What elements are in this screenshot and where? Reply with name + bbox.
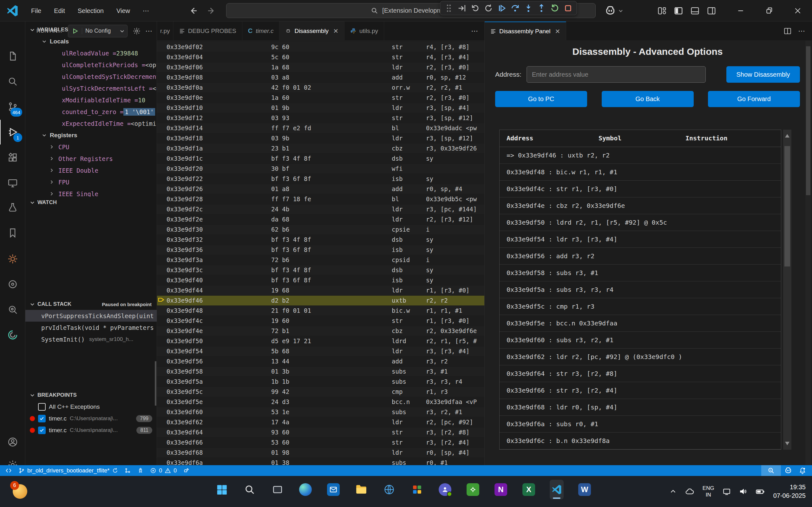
disasm-row[interactable]: 0x33e9df5e24 d3bcc.n0x33e9dfaa <vP [157, 397, 484, 407]
variable-row[interactable]: ulReloadValue = 239848 [26, 47, 157, 59]
breakpoint-row[interactable]: timer.cC:\Users\pnataraj\...811 [26, 424, 157, 436]
start-button[interactable] [215, 480, 229, 499]
disasm-row[interactable]: 0x33e9df061a 68ldrr2, [r3, #0] [157, 62, 484, 72]
disasm-row[interactable]: 0x33e9df22bf f3 6f 8fisbsy [157, 174, 484, 184]
panel-table-row[interactable]: 0x33e9df64 : str r3, [r2, #8] [500, 365, 781, 382]
tab-disassembly[interactable]: Disassembly ✕ [280, 21, 344, 40]
disasm-row[interactable]: 0x33e9df4c19 60strr1, [r3, #0] [157, 316, 484, 326]
tab-timer-c[interactable]: C timer.c [242, 21, 280, 40]
window-minimize-icon[interactable] [726, 0, 755, 21]
variable-row[interactable]: xExpectedIdleTime = <optimiz… [26, 118, 157, 129]
panel-table-row[interactable]: => 0x33e9df46 : uxtb r2, r2 [500, 147, 781, 164]
variable-row[interactable]: xModifiableIdleTime = 10 [26, 94, 157, 106]
launch-rocket-icon[interactable] [134, 465, 147, 476]
notifications-bell-icon[interactable] [796, 465, 812, 476]
disasm-row[interactable]: 0x33e9df6801 98ldrr0, [sp, #4] [157, 448, 484, 458]
zoom-out-status-icon[interactable] [761, 465, 781, 476]
copilot-status-icon[interactable] [781, 465, 796, 476]
disasm-row[interactable]: 0x33e9df2030 bfwfi [157, 164, 484, 174]
menu-more-icon[interactable]: ⋯ [138, 4, 154, 17]
panel-table-row[interactable]: 0x33e9df6a : subs r0, #1 [500, 416, 781, 433]
exceptions-checkbox[interactable] [38, 403, 46, 411]
disasm-row[interactable]: 0x33e9df1cbf f3 4f 8fdsbsy [157, 154, 484, 164]
outlook-icon[interactable] [326, 480, 340, 499]
panel-table-row[interactable]: 0x33e9df5e : bcc.n 0x33e9dfaa [500, 315, 781, 332]
copilot-chevron-icon[interactable] [618, 8, 623, 13]
editor-more-actions-icon[interactable]: ⋯ [798, 27, 805, 35]
call-stack-section-header[interactable]: CALL STACK Paused on breakpoint [26, 298, 157, 310]
tab-close-icon[interactable]: ✕ [333, 27, 339, 35]
disasm-row[interactable]: 0x33e9df5613 44addr3, r2 [157, 356, 484, 367]
disasm-row[interactable]: 0x33e9df4419 68ldrr1, [r3, #0] [157, 285, 484, 296]
go-to-pc-button[interactable]: Go to PC [495, 91, 587, 107]
disasm-row[interactable]: 0x33e9df2eda 68ldrr2, [r3, #12] [157, 215, 484, 225]
call-stack-frame[interactable]: prvIdleTask(void * pvParameters [26, 322, 157, 333]
cast-display-icon[interactable] [722, 487, 731, 496]
table-scrollbar[interactable] [783, 130, 792, 450]
panel-table-row[interactable]: 0x33e9df50 : ldrd r2, r1, [r5, #92] @ 0x… [500, 214, 781, 231]
scroll-down-icon[interactable] [785, 442, 790, 445]
disasm-row[interactable]: 0x33e9df1001 9bldrr3, [sp, #4] [157, 103, 484, 113]
toggle-primary-sidebar-icon[interactable] [674, 6, 683, 15]
panel-table-row[interactable]: 0x33e9df4c : str r1, [r3, #0] [500, 181, 781, 198]
problems-status-item[interactable]: 0 0 [147, 465, 180, 476]
tab-debug-probes[interactable]: DEBUG PROBES [173, 21, 242, 40]
tray-chevron-up-icon[interactable] [670, 488, 676, 495]
disasm-row[interactable]: 0x33e9df1803 9bldrr3, [sp, #12] [157, 133, 484, 144]
disasm-row[interactable]: 0x33e9df4821 f0 01 01bic.wr1, r1, #1 [157, 306, 484, 316]
variable-row[interactable]: counted_to_zero = 1 '\001' [26, 106, 157, 118]
extension-view-icon-3[interactable] [0, 297, 26, 322]
remote-explorer-icon[interactable] [0, 170, 26, 195]
disasm-row[interactable]: 0x33e9df6217 4aldrr2, [pc, #92] [157, 417, 484, 428]
extension-view-icon-2[interactable] [0, 272, 26, 297]
panel-table-row[interactable]: 0x33e9df60 : subs r3, r2, #1 [500, 332, 781, 349]
source-control-icon[interactable]: 464 [0, 95, 26, 119]
refresh-icon[interactable] [483, 2, 495, 14]
show-disassembly-button[interactable]: Show Disassembly [726, 66, 800, 83]
menu-file[interactable]: File [26, 5, 46, 17]
task-view-button[interactable] [270, 480, 285, 499]
language-indicator[interactable]: ENG IN [703, 485, 714, 498]
restart-icon[interactable] [549, 2, 561, 14]
word-icon[interactable]: W [577, 480, 592, 499]
remote-indicator-icon[interactable] [0, 465, 15, 476]
extension-view-icon-4[interactable] [0, 323, 26, 347]
disasm-row[interactable]: 0x33e9df0a42 f0 01 02orr.wr2, r2, #1 [157, 83, 484, 93]
panel-table-row[interactable]: 0x33e9df5a : subs r3, r3, r4 [500, 281, 781, 298]
step-out-icon[interactable] [536, 2, 548, 14]
step-over-icon[interactable] [509, 2, 521, 14]
menu-edit[interactable]: Edit [49, 5, 70, 17]
battery-icon[interactable] [756, 487, 765, 496]
disasm-row[interactable]: 0x33e9df3062 b6cpsiei [157, 225, 484, 235]
panel-scrollbar[interactable] [805, 41, 811, 465]
register-group-row[interactable]: IEEE Double [26, 164, 157, 176]
file-explorer-icon[interactable] [354, 480, 368, 499]
disasm-row[interactable]: 0x33e9df50d5 e9 17 21ldrdr2, r1, [r5, # [157, 336, 484, 346]
disasm-row[interactable]: 0x33e9df36bf f3 6f 8fisbsy [157, 245, 484, 255]
breakpoint-checkbox[interactable] [38, 427, 46, 434]
call-stack-frame[interactable]: vPortSuppressTicksAndSleep(uint [26, 310, 157, 322]
git-graph-icon[interactable] [121, 465, 134, 476]
register-group-row[interactable]: IEEE Single [26, 188, 157, 197]
disasm-row[interactable]: 0x33e9df40bf f3 6f 8fisbsy [157, 275, 484, 285]
disasm-row[interactable]: 0x33e9df6493 60strr3, [r2, #8] [157, 428, 484, 438]
variable-row[interactable]: ulCompletedSysTickDecrements = [26, 71, 157, 82]
disasm-row[interactable]: 0x33e9df6653 60strr3, [r2, #4] [157, 438, 484, 448]
tab-close-icon[interactable]: ✕ [555, 27, 560, 35]
customize-layout-icon[interactable] [657, 6, 667, 15]
panel-table-row[interactable]: 0x33e9df54 : ldr r3, [r3, #4] [500, 231, 781, 248]
scroll-up-icon[interactable] [785, 134, 790, 137]
panel-table-row[interactable]: 0x33e9df62 : ldr r2, [pc, #92] @ (0x33e9… [500, 349, 781, 365]
register-group-row[interactable]: Other Registers [26, 153, 157, 164]
panel-table-row[interactable]: 0x33e9df48 : bic.w r1, r1, #1 [500, 164, 781, 181]
debug-status-icon[interactable] [180, 465, 193, 476]
call-stack-frame[interactable]: SystemInit()system_sr100_h... [26, 333, 157, 345]
step-into-icon[interactable] [522, 2, 535, 14]
sidebar-scrollbar[interactable] [155, 361, 156, 406]
disasm-row[interactable]: 0x33e9df5c99 42cmpr1, r3 [157, 387, 484, 397]
extension-view-icon-1[interactable] [0, 246, 26, 271]
tab-overflow-icon[interactable]: ⋯ [465, 21, 484, 40]
split-editor-icon[interactable] [783, 27, 792, 35]
office-hub-icon[interactable] [410, 480, 424, 499]
variable-row[interactable]: ulSysTickDecrementsLeft = <o… [26, 82, 157, 94]
